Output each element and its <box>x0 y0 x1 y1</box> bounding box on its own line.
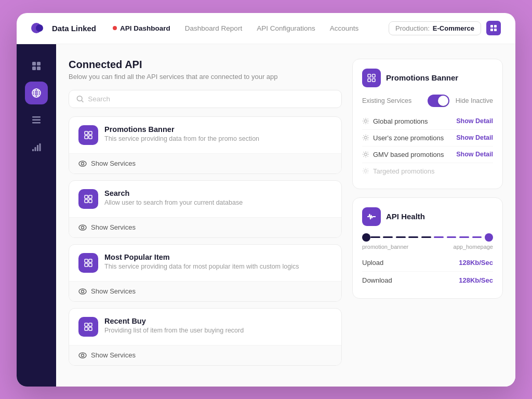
health-row-upload: Upload 128Kb/Sec <box>362 254 493 272</box>
recent-buy-icon <box>84 322 93 331</box>
sidebar-globe-icon <box>31 88 42 98</box>
env-badge: Production: E-Commerce <box>389 21 481 35</box>
eye-icon <box>78 351 87 360</box>
gear-icon <box>362 117 369 125</box>
show-services-button-2[interactable]: Show Services <box>69 281 341 301</box>
hide-inactive-toggle[interactable] <box>428 95 449 107</box>
api-description: Allow user to search from your current d… <box>104 199 243 206</box>
waveform-icon <box>367 212 376 221</box>
panel-card-title: Promotions Banner <box>362 69 493 87</box>
timeline-start-dot <box>362 233 370 242</box>
svg-rect-0 <box>490 25 493 28</box>
right-panel: Promotions Banner Existing Services Hide… <box>352 59 503 372</box>
page-title: Connected API <box>69 59 342 71</box>
sidebar-table-icon <box>31 115 42 125</box>
panel-card-heading: Promotions Banner <box>386 73 458 82</box>
api-description: Providing list of item from the user buy… <box>104 327 244 334</box>
svg-rect-15 <box>32 122 41 124</box>
content: Connected API Below you can find all the… <box>56 44 515 387</box>
show-detail-global[interactable]: Show Detail <box>456 117 493 125</box>
svg-rect-25 <box>89 136 92 139</box>
dash-gap-4 <box>418 236 421 238</box>
svg-rect-46 <box>368 74 371 77</box>
nav: API Dashboard Dashboard Report API Confi… <box>113 24 372 32</box>
show-detail-zone[interactable]: Show Detail <box>456 134 493 141</box>
svg-rect-13 <box>32 116 41 118</box>
eye-icon <box>78 287 87 296</box>
svg-point-20 <box>77 96 82 101</box>
svg-rect-17 <box>35 147 36 151</box>
api-card-header: Recent Buy Providing list of item from t… <box>69 309 341 345</box>
svg-rect-19 <box>39 143 41 151</box>
toggle-area: Hide Inactive <box>428 95 493 107</box>
api-title: Recent Buy <box>104 317 244 325</box>
search-bar[interactable] <box>69 90 342 108</box>
panel-grid-icon <box>367 74 376 82</box>
dash-blue-4 <box>472 236 482 238</box>
svg-rect-23 <box>89 131 92 135</box>
upload-label: Upload <box>362 259 383 267</box>
svg-point-53 <box>365 170 367 172</box>
toggle-knob <box>438 96 448 106</box>
svg-rect-6 <box>32 66 36 70</box>
svg-line-21 <box>82 100 83 102</box>
nav-item-dashboard-report[interactable]: Dashboard Report <box>185 24 242 32</box>
nav-item-api-dashboard[interactable]: API Dashboard <box>113 24 170 32</box>
show-detail-gmv[interactable]: Show Detail <box>456 151 493 158</box>
service-name-disabled: Targeted promotions <box>362 167 435 175</box>
api-card-promotions: Promotions Banner This service providing… <box>69 116 342 174</box>
search-input[interactable] <box>88 95 334 103</box>
service-name: Global promotions <box>362 117 428 125</box>
hide-inactive-label: Hide Inactive <box>456 97 493 104</box>
api-health-heading: API Health <box>386 212 425 221</box>
main: Connected API Below you can find all the… <box>17 44 515 387</box>
timeline-track <box>362 233 493 242</box>
service-row-gmv: GMV based promotions Show Detail <box>362 147 493 163</box>
dash-blue-2 <box>447 236 457 238</box>
svg-point-32 <box>79 225 86 230</box>
svg-rect-24 <box>85 136 88 139</box>
nav-item-api-configurations[interactable]: API Configurations <box>257 24 315 32</box>
dash-blue-1 <box>434 236 444 238</box>
sidebar-item-globe[interactable] <box>25 82 48 104</box>
sidebar-grid-icon <box>31 61 42 71</box>
svg-point-45 <box>82 354 84 356</box>
show-services-label: Show Services <box>91 351 136 359</box>
svg-rect-4 <box>32 62 36 65</box>
svg-rect-41 <box>89 323 92 326</box>
svg-point-38 <box>79 289 86 294</box>
upload-value: 128Kb/Sec <box>459 259 493 267</box>
sidebar <box>17 44 56 387</box>
search-icon <box>76 95 84 103</box>
nav-item-accounts[interactable]: Accounts <box>330 24 359 32</box>
api-title: Most Popular Item <box>104 253 299 261</box>
sidebar-item-table[interactable] <box>25 109 48 131</box>
api-card-most-popular: Most Popular Item This service providing… <box>69 244 342 302</box>
svg-rect-16 <box>32 149 34 151</box>
svg-rect-2 <box>490 29 493 31</box>
api-info: Most Popular Item This service providing… <box>104 253 299 270</box>
service-row-zone: User's zone promotions Show Detail <box>362 130 493 147</box>
health-timeline: promotion_banner app_homepage <box>362 233 493 250</box>
sidebar-chart-icon <box>31 142 42 152</box>
svg-rect-35 <box>89 259 92 262</box>
dash-gap-6 <box>444 236 447 238</box>
timeline-dashes <box>370 236 485 238</box>
sidebar-item-chart[interactable] <box>25 136 48 158</box>
show-services-button-0[interactable]: Show Services <box>69 153 341 174</box>
show-services-label: Show Services <box>91 287 136 295</box>
sidebar-item-grid[interactable] <box>25 55 48 77</box>
show-services-button-1[interactable]: Show Services <box>69 217 341 237</box>
api-info: Recent Buy Providing list of item from t… <box>104 317 244 334</box>
api-description: This service providing data from for the… <box>104 135 259 142</box>
api-health-card: API Health <box>352 197 503 299</box>
panel-health-icon <box>362 207 381 226</box>
dash-filled-4 <box>408 236 418 238</box>
env-menu-button[interactable] <box>486 21 501 35</box>
gear-icon <box>362 134 369 141</box>
svg-rect-1 <box>494 25 497 28</box>
service-row-targeted: Targeted promotions <box>362 163 493 179</box>
svg-rect-18 <box>37 145 38 151</box>
show-services-button-3[interactable]: Show Services <box>69 345 341 365</box>
service-name: User's zone promotions <box>362 134 444 142</box>
